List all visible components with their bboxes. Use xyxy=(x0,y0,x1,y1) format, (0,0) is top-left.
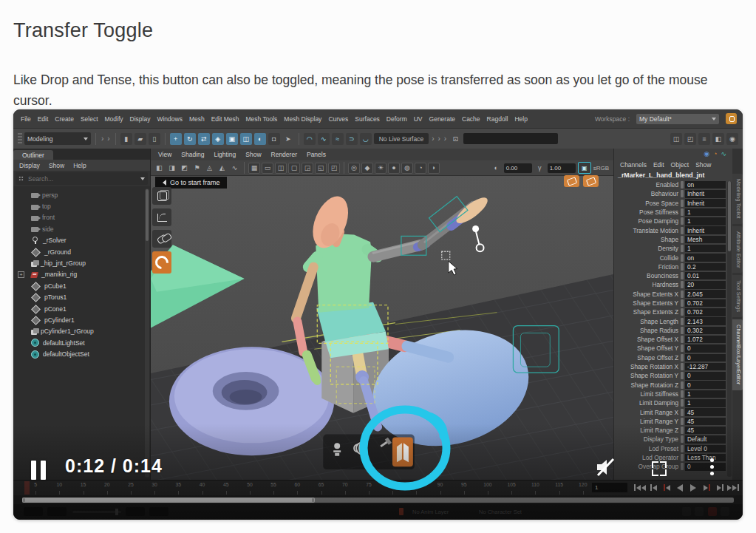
attribute-row[interactable]: Limit Range X 45 xyxy=(614,407,726,416)
viewport-display-icon[interactable]: ▢ xyxy=(288,163,300,174)
range-end-field[interactable] xyxy=(126,507,145,516)
exposure-field[interactable]: 0.00 xyxy=(504,163,532,173)
attribute-value-field[interactable]: 45 xyxy=(685,427,726,435)
attribute-slider-notch[interactable] xyxy=(681,463,684,470)
snap-icon[interactable]: ⊃ xyxy=(346,133,358,145)
menubar-item[interactable]: Display xyxy=(130,115,151,123)
set-key-icon[interactable] xyxy=(399,508,403,515)
attribute-row[interactable]: Limit Range Z 45 xyxy=(614,426,726,435)
side-panel-tab[interactable]: ChannelBox/LayerEditor xyxy=(732,319,743,390)
outliner-item[interactable]: defaultLightSet xyxy=(13,337,150,348)
attribute-row[interactable]: Shape Rotation Z 0 xyxy=(614,381,726,390)
attribute-value-field[interactable]: 0 xyxy=(685,463,726,471)
viewport-icon[interactable]: ◧ xyxy=(154,163,165,174)
workspace-select[interactable]: My Default* xyxy=(636,114,719,124)
attribute-value-field[interactable]: 2.143 xyxy=(685,317,726,325)
link-button[interactable] xyxy=(152,230,171,248)
tool-icon[interactable]: ◫ xyxy=(240,133,252,145)
attribute-slider-notch[interactable] xyxy=(681,354,684,361)
end-frame-field[interactable] xyxy=(149,507,168,516)
attribute-slider-notch[interactable] xyxy=(681,263,684,271)
tab-outliner[interactable]: Outliner xyxy=(13,150,53,160)
attribute-value-field[interactable]: Less Than xyxy=(685,454,726,462)
attribute-value-field[interactable]: Mesh xyxy=(685,236,726,244)
panel-toggle-icon[interactable]: ◉ xyxy=(726,133,738,145)
step-forward-frame-button[interactable] xyxy=(701,482,712,493)
outliner-item[interactable]: front xyxy=(13,212,150,223)
attribute-slider-notch[interactable] xyxy=(681,227,684,234)
snap-icon[interactable]: ∿ xyxy=(318,133,330,145)
panel-toggle-icon[interactable]: ≡ xyxy=(698,133,710,145)
search-input[interactable] xyxy=(27,174,137,183)
construction-arrow-icon[interactable]: › xyxy=(437,135,441,143)
play-backwards-button[interactable] xyxy=(674,482,686,493)
tool-icon[interactable]: ↻ xyxy=(184,133,196,145)
attribute-row[interactable]: Collide on xyxy=(614,253,726,262)
viewport-menu-item[interactable]: Lighting xyxy=(214,151,236,158)
attribute-slider-notch[interactable] xyxy=(681,190,684,197)
menubar-item[interactable]: Modify xyxy=(105,115,123,123)
attribute-row[interactable]: Limit Range Y 45 xyxy=(614,417,726,426)
attribute-row[interactable]: Shape Extents X 2.045 xyxy=(614,290,726,299)
attribute-value-field[interactable]: on xyxy=(685,181,726,189)
outliner-item[interactable]: defaultObjectSet xyxy=(13,348,150,359)
ragdoll-button-1[interactable] xyxy=(564,175,579,187)
attribute-value-field[interactable]: 20 xyxy=(685,281,726,289)
attribute-row[interactable]: Behaviour Inherit xyxy=(614,189,726,198)
mute-icon[interactable] xyxy=(594,457,616,478)
attribute-value-field[interactable]: 0 xyxy=(685,381,726,389)
marquee-icon[interactable]: ⊡ xyxy=(449,133,461,145)
menubar-item[interactable]: Edit xyxy=(38,115,49,123)
menubar-item[interactable]: Mesh Display xyxy=(284,115,321,123)
attribute-row[interactable]: Bounciness 0.01 xyxy=(614,271,726,280)
outliner-item[interactable]: _hip_jnt_rGroup xyxy=(13,257,150,268)
scene-new-icon[interactable]: › xyxy=(101,135,104,143)
frame-ruler[interactable]: 5101520253035404550556065707580859095100… xyxy=(24,481,595,495)
attribute-row[interactable]: Shape Extents Y 0.702 xyxy=(614,299,726,308)
live-surface-field[interactable]: No Live Surface xyxy=(374,133,429,144)
attribute-value-field[interactable]: 0.302 xyxy=(685,327,726,335)
side-panel-tab[interactable]: Tool Settings xyxy=(732,275,743,317)
outliner-item[interactable]: top xyxy=(13,200,150,211)
isolate-button[interactable] xyxy=(152,187,171,205)
snap-pose-button[interactable] xyxy=(152,251,171,274)
drag-grip-icon[interactable] xyxy=(18,133,22,144)
attribute-slider-notch[interactable] xyxy=(681,381,684,389)
exposure-icon[interactable]: ◐ xyxy=(491,163,502,174)
attribute-row[interactable]: Hardness 20 xyxy=(614,280,726,289)
attribute-slider-notch[interactable] xyxy=(681,299,684,307)
range-slider[interactable] xyxy=(13,495,743,504)
attribute-row[interactable]: Shape Offset Z 0 xyxy=(614,353,726,362)
viewport-shading-icon[interactable]: ● xyxy=(388,163,400,174)
outliner-search[interactable] xyxy=(16,172,148,185)
outliner-item[interactable]: pCone1 xyxy=(13,303,150,314)
attribute-slider-notch[interactable] xyxy=(681,363,684,370)
attribute-row[interactable]: Friction 0.2 xyxy=(614,262,726,271)
character-set-label[interactable]: No Character Set xyxy=(479,509,522,515)
viewport-scene[interactable] xyxy=(151,176,613,480)
outliner-item[interactable]: persp xyxy=(13,189,150,200)
attribute-slider-notch[interactable] xyxy=(681,281,684,288)
outliner-scrollbar[interactable] xyxy=(145,189,149,478)
outliner-item[interactable]: pTorus1 xyxy=(13,292,150,303)
start-frame-field[interactable] xyxy=(24,507,43,516)
go-to-start-button[interactable] xyxy=(634,482,646,493)
attribute-value-field[interactable]: 1 xyxy=(685,390,726,398)
attribute-value-field[interactable]: 1 xyxy=(685,208,726,217)
viewport-display-icon[interactable]: ◫ xyxy=(275,163,287,174)
menu-set-select[interactable]: Modeling xyxy=(24,132,91,145)
viewport-icon[interactable]: ◬ xyxy=(204,163,215,174)
attribute-value-field[interactable]: Inherit xyxy=(685,199,726,207)
attribute-value-field[interactable]: 0.01 xyxy=(685,272,726,280)
attribute-row[interactable]: Shape Offset X 1.072 xyxy=(614,335,726,344)
menubar-item[interactable]: Mesh xyxy=(189,115,205,123)
attribute-value-field[interactable]: on xyxy=(685,254,726,262)
snap-icon[interactable]: ≈ xyxy=(332,133,344,145)
attribute-value-field[interactable]: 1 xyxy=(685,217,726,225)
outliner-menu-item[interactable]: Help xyxy=(73,162,86,169)
viewport-menu-item[interactable]: View xyxy=(158,151,171,158)
attribute-row[interactable]: Display Type Default xyxy=(614,435,726,444)
menubar-item[interactable]: Windows xyxy=(157,115,182,123)
attribute-row[interactable]: Shape Extents Z 0.702 xyxy=(614,308,726,316)
anim-layer-label[interactable]: No Anim Layer xyxy=(412,509,449,515)
